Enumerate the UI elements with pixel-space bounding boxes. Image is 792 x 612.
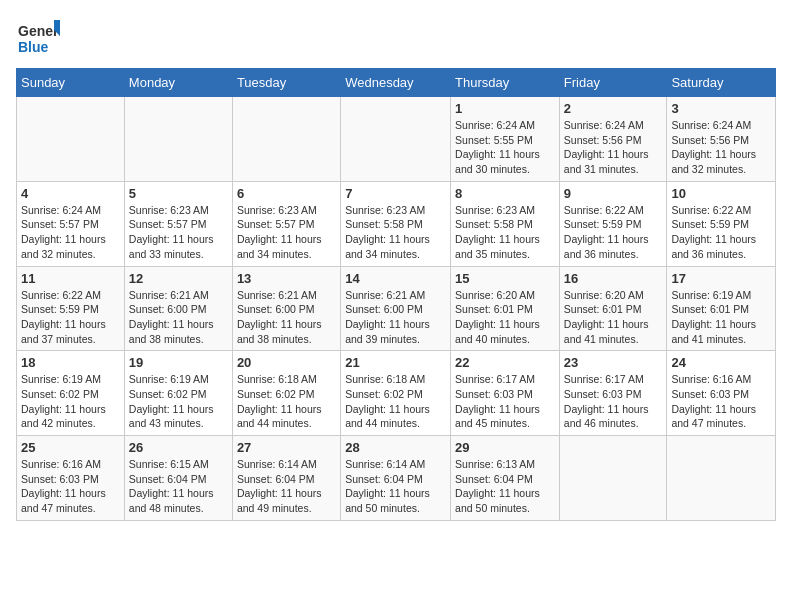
header-thursday: Thursday (451, 69, 560, 97)
calendar-cell: 1Sunrise: 6:24 AM Sunset: 5:55 PM Daylig… (451, 97, 560, 182)
day-info: Sunrise: 6:17 AM Sunset: 6:03 PM Dayligh… (564, 372, 663, 431)
day-info: Sunrise: 6:24 AM Sunset: 5:57 PM Dayligh… (21, 203, 120, 262)
day-number: 14 (345, 271, 446, 286)
calendar-cell (232, 97, 340, 182)
calendar-cell: 26Sunrise: 6:15 AM Sunset: 6:04 PM Dayli… (124, 436, 232, 521)
calendar-cell: 7Sunrise: 6:23 AM Sunset: 5:58 PM Daylig… (341, 181, 451, 266)
day-info: Sunrise: 6:13 AM Sunset: 6:04 PM Dayligh… (455, 457, 555, 516)
day-info: Sunrise: 6:20 AM Sunset: 6:01 PM Dayligh… (455, 288, 555, 347)
logo-svg: General Blue (16, 16, 60, 60)
day-number: 26 (129, 440, 228, 455)
calendar-cell: 9Sunrise: 6:22 AM Sunset: 5:59 PM Daylig… (559, 181, 667, 266)
calendar-week-5: 25Sunrise: 6:16 AM Sunset: 6:03 PM Dayli… (17, 436, 776, 521)
day-number: 1 (455, 101, 555, 116)
day-number: 10 (671, 186, 771, 201)
day-info: Sunrise: 6:22 AM Sunset: 5:59 PM Dayligh… (564, 203, 663, 262)
calendar-cell: 28Sunrise: 6:14 AM Sunset: 6:04 PM Dayli… (341, 436, 451, 521)
day-number: 28 (345, 440, 446, 455)
day-number: 24 (671, 355, 771, 370)
day-info: Sunrise: 6:23 AM Sunset: 5:58 PM Dayligh… (455, 203, 555, 262)
day-number: 12 (129, 271, 228, 286)
day-number: 15 (455, 271, 555, 286)
day-number: 17 (671, 271, 771, 286)
calendar-cell (341, 97, 451, 182)
header-friday: Friday (559, 69, 667, 97)
calendar-cell (667, 436, 776, 521)
calendar-cell: 23Sunrise: 6:17 AM Sunset: 6:03 PM Dayli… (559, 351, 667, 436)
day-info: Sunrise: 6:18 AM Sunset: 6:02 PM Dayligh… (237, 372, 336, 431)
calendar-cell: 8Sunrise: 6:23 AM Sunset: 5:58 PM Daylig… (451, 181, 560, 266)
day-info: Sunrise: 6:23 AM Sunset: 5:57 PM Dayligh… (237, 203, 336, 262)
day-info: Sunrise: 6:14 AM Sunset: 6:04 PM Dayligh… (345, 457, 446, 516)
day-info: Sunrise: 6:19 AM Sunset: 6:01 PM Dayligh… (671, 288, 771, 347)
calendar-cell: 18Sunrise: 6:19 AM Sunset: 6:02 PM Dayli… (17, 351, 125, 436)
calendar-table: SundayMondayTuesdayWednesdayThursdayFrid… (16, 68, 776, 521)
day-info: Sunrise: 6:22 AM Sunset: 5:59 PM Dayligh… (21, 288, 120, 347)
calendar-week-3: 11Sunrise: 6:22 AM Sunset: 5:59 PM Dayli… (17, 266, 776, 351)
svg-text:General: General (18, 23, 60, 39)
day-number: 6 (237, 186, 336, 201)
calendar-cell: 5Sunrise: 6:23 AM Sunset: 5:57 PM Daylig… (124, 181, 232, 266)
calendar-cell: 15Sunrise: 6:20 AM Sunset: 6:01 PM Dayli… (451, 266, 560, 351)
calendar-week-4: 18Sunrise: 6:19 AM Sunset: 6:02 PM Dayli… (17, 351, 776, 436)
calendar-week-1: 1Sunrise: 6:24 AM Sunset: 5:55 PM Daylig… (17, 97, 776, 182)
header: General Blue (16, 16, 776, 60)
day-number: 4 (21, 186, 120, 201)
day-info: Sunrise: 6:19 AM Sunset: 6:02 PM Dayligh… (129, 372, 228, 431)
logo: General Blue (16, 16, 60, 60)
calendar-cell: 13Sunrise: 6:21 AM Sunset: 6:00 PM Dayli… (232, 266, 340, 351)
day-info: Sunrise: 6:14 AM Sunset: 6:04 PM Dayligh… (237, 457, 336, 516)
day-number: 22 (455, 355, 555, 370)
day-number: 19 (129, 355, 228, 370)
calendar-cell: 29Sunrise: 6:13 AM Sunset: 6:04 PM Dayli… (451, 436, 560, 521)
day-info: Sunrise: 6:20 AM Sunset: 6:01 PM Dayligh… (564, 288, 663, 347)
day-info: Sunrise: 6:21 AM Sunset: 6:00 PM Dayligh… (345, 288, 446, 347)
calendar-cell: 12Sunrise: 6:21 AM Sunset: 6:00 PM Dayli… (124, 266, 232, 351)
day-info: Sunrise: 6:24 AM Sunset: 5:55 PM Dayligh… (455, 118, 555, 177)
calendar-cell (124, 97, 232, 182)
day-info: Sunrise: 6:23 AM Sunset: 5:57 PM Dayligh… (129, 203, 228, 262)
day-info: Sunrise: 6:18 AM Sunset: 6:02 PM Dayligh… (345, 372, 446, 431)
day-info: Sunrise: 6:22 AM Sunset: 5:59 PM Dayligh… (671, 203, 771, 262)
calendar-cell: 25Sunrise: 6:16 AM Sunset: 6:03 PM Dayli… (17, 436, 125, 521)
header-tuesday: Tuesday (232, 69, 340, 97)
calendar-cell: 22Sunrise: 6:17 AM Sunset: 6:03 PM Dayli… (451, 351, 560, 436)
day-info: Sunrise: 6:24 AM Sunset: 5:56 PM Dayligh… (564, 118, 663, 177)
day-number: 18 (21, 355, 120, 370)
calendar-cell: 16Sunrise: 6:20 AM Sunset: 6:01 PM Dayli… (559, 266, 667, 351)
day-number: 20 (237, 355, 336, 370)
calendar-cell: 24Sunrise: 6:16 AM Sunset: 6:03 PM Dayli… (667, 351, 776, 436)
day-number: 29 (455, 440, 555, 455)
calendar-cell: 4Sunrise: 6:24 AM Sunset: 5:57 PM Daylig… (17, 181, 125, 266)
day-info: Sunrise: 6:16 AM Sunset: 6:03 PM Dayligh… (21, 457, 120, 516)
calendar-week-2: 4Sunrise: 6:24 AM Sunset: 5:57 PM Daylig… (17, 181, 776, 266)
day-number: 2 (564, 101, 663, 116)
calendar-cell (17, 97, 125, 182)
day-info: Sunrise: 6:17 AM Sunset: 6:03 PM Dayligh… (455, 372, 555, 431)
calendar-cell: 2Sunrise: 6:24 AM Sunset: 5:56 PM Daylig… (559, 97, 667, 182)
day-number: 13 (237, 271, 336, 286)
calendar-cell (559, 436, 667, 521)
day-number: 8 (455, 186, 555, 201)
svg-text:Blue: Blue (18, 39, 49, 55)
day-info: Sunrise: 6:19 AM Sunset: 6:02 PM Dayligh… (21, 372, 120, 431)
header-monday: Monday (124, 69, 232, 97)
day-number: 7 (345, 186, 446, 201)
calendar-cell: 11Sunrise: 6:22 AM Sunset: 5:59 PM Dayli… (17, 266, 125, 351)
day-number: 3 (671, 101, 771, 116)
day-number: 25 (21, 440, 120, 455)
day-info: Sunrise: 6:21 AM Sunset: 6:00 PM Dayligh… (237, 288, 336, 347)
calendar-cell: 17Sunrise: 6:19 AM Sunset: 6:01 PM Dayli… (667, 266, 776, 351)
day-number: 11 (21, 271, 120, 286)
calendar-cell: 3Sunrise: 6:24 AM Sunset: 5:56 PM Daylig… (667, 97, 776, 182)
day-info: Sunrise: 6:16 AM Sunset: 6:03 PM Dayligh… (671, 372, 771, 431)
calendar-cell: 14Sunrise: 6:21 AM Sunset: 6:00 PM Dayli… (341, 266, 451, 351)
day-number: 5 (129, 186, 228, 201)
calendar-cell: 20Sunrise: 6:18 AM Sunset: 6:02 PM Dayli… (232, 351, 340, 436)
calendar-cell: 10Sunrise: 6:22 AM Sunset: 5:59 PM Dayli… (667, 181, 776, 266)
calendar-cell: 21Sunrise: 6:18 AM Sunset: 6:02 PM Dayli… (341, 351, 451, 436)
header-wednesday: Wednesday (341, 69, 451, 97)
day-info: Sunrise: 6:21 AM Sunset: 6:00 PM Dayligh… (129, 288, 228, 347)
calendar-header-row: SundayMondayTuesdayWednesdayThursdayFrid… (17, 69, 776, 97)
calendar-cell: 27Sunrise: 6:14 AM Sunset: 6:04 PM Dayli… (232, 436, 340, 521)
